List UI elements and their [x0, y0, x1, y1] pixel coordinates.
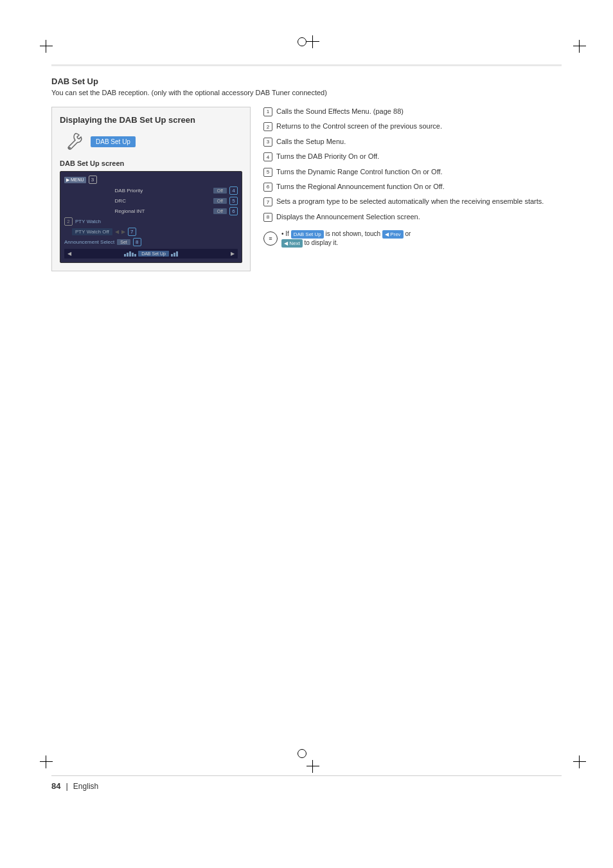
svg-point-0	[69, 147, 71, 149]
list-num-3: 3	[263, 138, 272, 147]
list-num-2: 2	[263, 122, 272, 131]
list-num-7: 7	[263, 197, 272, 206]
drc-off: Off	[213, 198, 227, 204]
pty-watch-off: PTY Watch Off	[72, 228, 112, 235]
drc-label: DRC	[115, 198, 211, 204]
list-item-5: 5Turns the Dynamic Range Control functio…	[263, 167, 562, 177]
note-box: ≡ • If DAB Set Up is not shown, touch ◀ …	[263, 230, 562, 248]
announcement-label: Announcement Select	[64, 239, 114, 245]
dab-priority-label: DAB Priority	[115, 188, 211, 194]
list-item-8: 8Displays the Announcement Selection scr…	[263, 212, 562, 222]
list-text-7: Sets a program type to be selected autom…	[276, 197, 544, 206]
list-num-5: 5	[263, 168, 272, 177]
left-panel: Displaying the DAB Set Up screen DAB Set…	[51, 107, 251, 271]
section-subtitle: You can set the DAB reception. (only wit…	[51, 89, 562, 96]
screen-label: DAB Set Up screen	[60, 159, 242, 167]
badge-5: 5	[229, 197, 238, 205]
note-dab-btn: DAB Set Up	[291, 230, 324, 239]
nav-left: ◀	[67, 251, 71, 257]
pty-arrow-left: ◀	[115, 229, 119, 235]
nav-right: ▶	[231, 251, 235, 257]
badge-8: 8	[133, 238, 141, 246]
badge-2: 2	[64, 217, 73, 226]
regional-int-off: Off	[213, 208, 227, 214]
top-rule	[51, 64, 562, 66]
list-item-6: 6Turns the Regional Announcement functio…	[263, 182, 562, 192]
menu-button: ▶ MENU	[64, 177, 86, 183]
wave-bars-right	[171, 251, 178, 257]
list-item-1: 1Calls the Sound Effects Menu. (page 88)	[263, 107, 562, 116]
note-text: • If DAB Set Up is not shown, touch ◀ Pr…	[281, 230, 411, 248]
list-item-2: 2Returns to the Control screen of the pr…	[263, 122, 562, 131]
list-item-3: 3Calls the Setup Menu.	[263, 137, 562, 147]
list-text-5: Turns the Dynamic Range Control function…	[276, 167, 443, 177]
badge-6: 6	[229, 207, 238, 215]
page-footer: 84 | English	[51, 775, 562, 791]
pty-watch-row: PTY Watch Off ◀ ▶ 7	[64, 228, 238, 236]
regional-int-row: Regional INT Off 6	[64, 207, 238, 215]
bottom-bar: ◀ DAB Set Up	[64, 249, 238, 258]
badge-4: 4	[229, 186, 238, 195]
badge-3: 3	[89, 176, 97, 184]
list-num-4: 4	[263, 152, 272, 161]
list-text-8: Displays the Announcement Selection scre…	[276, 212, 420, 222]
dab-screen: ▶ MENU 3 DAB Priority Off 4 DRC Of	[60, 171, 242, 263]
set-button: Set	[117, 239, 130, 245]
list-item-7: 7Sets a program type to be selected auto…	[263, 197, 562, 206]
section-title: DAB Set Up	[51, 77, 562, 86]
drc-row: DRC Off 5	[64, 197, 238, 205]
icon-area: DAB Set Up	[60, 131, 242, 152]
list-text-1: Calls the Sound Effects Menu. (page 88)	[276, 107, 404, 116]
wave-bars	[124, 251, 136, 257]
list-item-4: 4Turns the DAB Priority On or Off.	[263, 152, 562, 161]
list-text-2: Returns to the Control screen of the pre…	[276, 122, 442, 131]
page-language: English	[73, 782, 98, 791]
main-layout: Displaying the DAB Set Up screen DAB Set…	[51, 107, 562, 271]
pty-watch-label: PTY Watch	[75, 219, 101, 224]
list-num-8: 8	[263, 213, 272, 222]
dab-setup-button[interactable]: DAB Set Up	[91, 136, 136, 147]
regional-int-label: Regional INT	[115, 208, 211, 214]
list-num-1: 1	[263, 107, 272, 116]
note-icon: ≡	[263, 231, 278, 246]
screen-header: ▶ MENU 3	[64, 176, 238, 184]
pty-arrow-right: ▶	[121, 229, 125, 235]
right-panel: 1Calls the Sound Effects Menu. (page 88)…	[263, 107, 562, 253]
pty-section: 2 PTY Watch	[64, 217, 238, 226]
note-prev-btn: ◀ Prev	[382, 230, 404, 239]
dab-setup-small: DAB Set Up	[138, 251, 169, 257]
dab-priority-row: DAB Priority Off 4	[64, 186, 238, 195]
numbered-list: 1Calls the Sound Effects Menu. (page 88)…	[263, 107, 562, 222]
note-next-btn: ◀ Next	[281, 239, 303, 248]
list-text-3: Calls the Setup Menu.	[276, 137, 346, 147]
announcement-row: Announcement Select Set 8	[64, 238, 238, 246]
display-box-title: Displaying the DAB Set Up screen	[60, 115, 242, 125]
separator: |	[66, 781, 67, 791]
dab-priority-off: Off	[213, 188, 227, 194]
list-num-6: 6	[263, 183, 272, 192]
list-text-4: Turns the DAB Priority On or Off.	[276, 152, 379, 161]
badge-7: 7	[128, 228, 136, 236]
list-text-6: Turns the Regional Announcement function…	[276, 182, 445, 192]
page-number: 84	[51, 781, 60, 791]
wrench-icon	[62, 131, 83, 152]
display-box: Displaying the DAB Set Up screen DAB Set…	[51, 107, 251, 271]
